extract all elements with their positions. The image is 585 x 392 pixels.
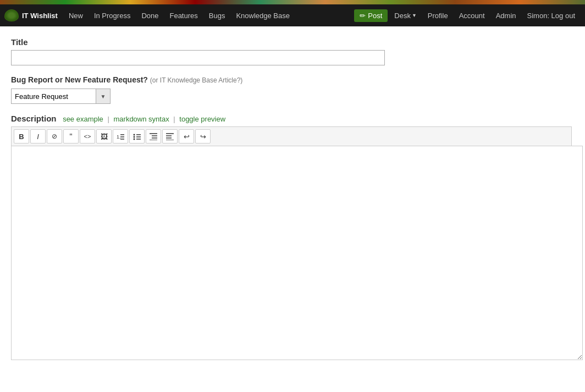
nav-links: New In Progress Done Features Bugs Knowl… (63, 4, 353, 26)
main-content: Title Bug Report or New Feature Request?… (0, 26, 583, 383)
toolbar-undo[interactable]: ↩ (179, 129, 194, 143)
brand-logo (4, 9, 19, 21)
nav-item-features[interactable]: Features (164, 4, 203, 26)
toolbar-code[interactable]: <> (80, 129, 95, 143)
type-select[interactable]: Feature Request Bug Report KB Article (11, 89, 96, 104)
toolbar-indent[interactable] (146, 129, 161, 143)
editor-container (11, 146, 583, 362)
navbar: IT Wishlist New In Progress Done Feature… (0, 4, 585, 26)
nav-item-in-progress[interactable]: In Progress (89, 4, 136, 26)
bug-label-secondary: (or IT Knowledge Base Article?) (150, 76, 243, 84)
toolbar-bold[interactable]: B (14, 129, 29, 143)
nav-logout-button[interactable]: Simon: Log out (522, 4, 581, 26)
toolbar-redo[interactable]: ↪ (195, 129, 211, 143)
nav-item-new[interactable]: New (63, 4, 89, 26)
nav-item-bugs[interactable]: Bugs (203, 4, 231, 26)
toolbar-strikethrough[interactable]: ⊘ (47, 129, 62, 143)
select-arrow-button[interactable]: ▼ (96, 89, 111, 104)
title-input[interactable] (11, 50, 385, 65)
bug-type-group: Bug Report or New Feature Request? (or I… (11, 75, 572, 104)
title-group: Title (11, 37, 572, 65)
toolbar-outdent[interactable] (162, 129, 178, 143)
desk-dropdown-icon: ▼ (412, 13, 417, 18)
nav-post-button[interactable]: ✏Post (354, 9, 388, 22)
toolbar-ordered-list[interactable]: 1. (113, 129, 128, 143)
description-label: Description (11, 114, 57, 123)
toolbar-italic[interactable]: I (30, 129, 46, 143)
brand[interactable]: IT Wishlist (4, 9, 58, 21)
toolbar-unordered-list[interactable] (129, 129, 145, 143)
nav-account-button[interactable]: Account (454, 4, 490, 26)
nav-item-knowledge-base[interactable]: Knowledge Base (230, 4, 295, 26)
brand-text: IT Wishlist (22, 12, 58, 20)
description-links: see example | markdown syntax | toggle p… (58, 115, 225, 123)
nav-admin-button[interactable]: Admin (490, 4, 522, 26)
nav-item-done[interactable]: Done (136, 4, 164, 26)
description-editor[interactable] (11, 146, 583, 360)
nav-desk-button[interactable]: Desk ▼ (389, 4, 422, 26)
toolbar-quote[interactable]: " (63, 129, 79, 143)
nav-profile-button[interactable]: Profile (422, 4, 454, 26)
title-label: Title (11, 37, 572, 47)
svg-text:1.: 1. (117, 134, 121, 140)
editor-toolbar: B I ⊘ " <> 🖼 1. (11, 126, 572, 146)
toolbar-image[interactable]: 🖼 (96, 129, 112, 143)
description-group: Description see example | markdown synta… (11, 114, 572, 362)
description-header: Description see example | markdown synta… (11, 114, 572, 123)
nav-right: ✏Post Desk ▼ Profile Account Admin Simon… (353, 4, 581, 26)
see-example-link[interactable]: see example (63, 115, 103, 123)
decorative-banner (0, 0, 585, 4)
markdown-syntax-link[interactable]: markdown syntax (114, 115, 169, 123)
toggle-preview-link[interactable]: toggle preview (179, 115, 225, 123)
separator-1: | (107, 115, 109, 123)
separator-2: | (173, 115, 175, 123)
svg-point-4 (134, 134, 135, 136)
svg-point-6 (134, 139, 135, 140)
type-select-wrapper: Feature Request Bug Report KB Article ▼ (11, 89, 572, 104)
svg-point-5 (134, 136, 135, 138)
bug-label: Bug Report or New Feature Request? (or I… (11, 75, 572, 84)
